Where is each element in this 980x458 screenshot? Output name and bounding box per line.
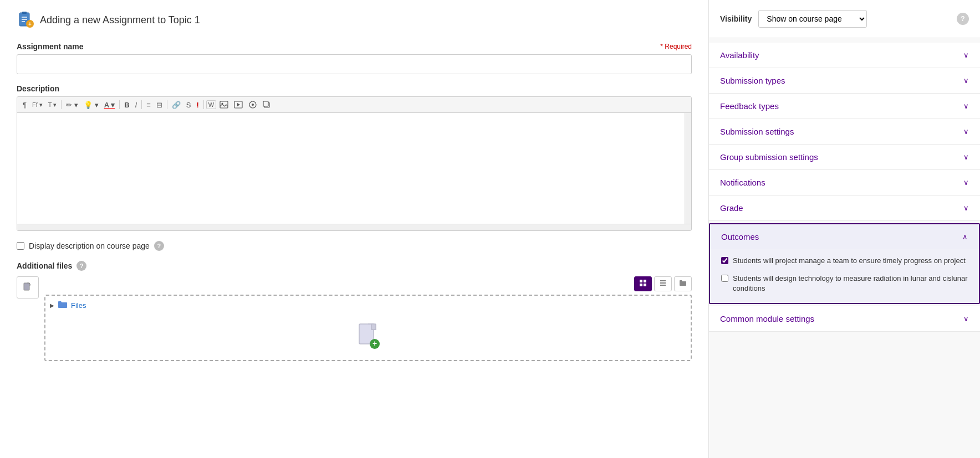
additional-files-label: Additional files ? <box>17 261 692 271</box>
toolbar-paragraph[interactable]: ¶ <box>21 100 29 110</box>
svg-rect-7 <box>220 101 228 108</box>
accordion-outcomes-header[interactable]: Outcomes ∧ <box>710 224 979 249</box>
accordion-availability: Availability ∨ <box>709 43 980 68</box>
toolbar-font-color[interactable]: A ▾ <box>102 100 118 110</box>
description-section: Description ¶ Ff ▾ T ▾ ✏ ▾ 💡 ▾ A ▾ B I ≡… <box>17 84 692 231</box>
toolbar-ordered-list[interactable]: ⊟ <box>154 100 165 110</box>
svg-rect-15 <box>24 283 29 290</box>
toolbar-style[interactable]: ✏ ▾ <box>64 100 80 110</box>
assignment-name-input[interactable] <box>17 54 692 74</box>
accordion-grade-chevron: ∨ <box>963 204 969 212</box>
accordion-submission-types-chevron: ∨ <box>963 76 969 85</box>
files-folder-view-button[interactable] <box>674 276 692 291</box>
required-marker: * Required <box>660 43 692 50</box>
accordion-common-module-chevron: ∨ <box>963 315 969 323</box>
accordion-submission-settings-title: Submission settings <box>720 127 794 136</box>
toolbar-font-size[interactable]: T ▾ <box>46 100 59 110</box>
editor-body[interactable] <box>17 113 691 224</box>
left-panel: + Adding a new Assignment to Topic 1 Ass… <box>0 0 708 458</box>
toolbar-sep-1 <box>61 100 62 109</box>
upload-placeholder: + <box>50 322 686 354</box>
display-description-row: Display description on course page ? <box>17 241 692 251</box>
toolbar-bold[interactable]: B <box>122 100 131 110</box>
description-label: Description <box>17 84 692 93</box>
outcome-2-checkbox[interactable] <box>721 275 728 282</box>
accordion-common-module: Common module settings ∨ <box>709 306 980 332</box>
accordion-list: Availability ∨ Submission types ∨ Feedba… <box>709 38 980 336</box>
editor-toolbar: ¶ Ff ▾ T ▾ ✏ ▾ 💡 ▾ A ▾ B I ≡ ⊟ 🔗 S <box>17 97 691 113</box>
additional-files-help-icon[interactable]: ? <box>76 261 86 271</box>
editor-scrollbar[interactable] <box>685 113 691 224</box>
right-panel: Visibility Show on course page Hide on c… <box>708 0 980 458</box>
toolbar-plugin[interactable] <box>246 99 259 110</box>
visibility-help-icon[interactable]: ? <box>957 13 969 25</box>
accordion-outcomes-title: Outcomes <box>721 232 759 241</box>
accordion-submission-types-header[interactable]: Submission types ∨ <box>709 68 980 93</box>
toolbar-word[interactable]: W <box>206 100 216 109</box>
folder-icon <box>58 300 68 311</box>
accordion-group-submission-header[interactable]: Group submission settings ∨ <box>709 145 980 169</box>
accordion-notifications-title: Notifications <box>720 178 765 187</box>
toolbar-highlight[interactable]: 💡 ▾ <box>81 100 101 110</box>
add-file-button[interactable] <box>17 276 39 299</box>
outcome-item-2: Students will design technology to measu… <box>721 274 968 294</box>
accordion-grade-header[interactable]: Grade ∨ <box>709 195 980 220</box>
toolbar-font-family[interactable]: Ff ▾ <box>30 100 45 110</box>
editor-hscrollbar[interactable] <box>17 224 691 230</box>
display-description-label[interactable]: Display description on course page <box>29 241 150 250</box>
accordion-notifications: Notifications ∨ <box>709 170 980 195</box>
files-toolbar <box>44 276 692 291</box>
outcome-item-1: Students will project manage a team to e… <box>721 256 968 266</box>
accordion-availability-title: Availability <box>720 50 759 60</box>
accordion-notifications-header[interactable]: Notifications ∨ <box>709 170 980 195</box>
toolbar-exclamation[interactable]: ! <box>194 100 201 110</box>
toolbar-media[interactable] <box>232 100 245 110</box>
visibility-select[interactable]: Show on course page Hide on course page <box>758 10 867 28</box>
toolbar-italic[interactable]: I <box>133 100 140 110</box>
outcome-1-checkbox[interactable] <box>721 257 728 264</box>
accordion-submission-types-title: Submission types <box>720 76 785 85</box>
accordion-outcomes: Outcomes ∧ Students will project manage … <box>709 223 980 304</box>
svg-marker-10 <box>237 103 240 106</box>
assignment-name-section: Assignment name * Required <box>17 42 692 74</box>
accordion-availability-header[interactable]: Availability ∨ <box>709 43 980 68</box>
toolbar-link[interactable]: 🔗 <box>170 100 183 110</box>
assignment-icon: + <box>17 11 34 29</box>
files-list-view-button[interactable] <box>654 276 672 291</box>
svg-rect-19 <box>644 284 646 286</box>
accordion-feedback-types-header[interactable]: Feedback types ∨ <box>709 94 980 119</box>
assignment-name-label: Assignment name * Required <box>17 42 692 51</box>
toolbar-unordered-list[interactable]: ≡ <box>144 100 153 110</box>
accordion-feedback-types: Feedback types ∨ <box>709 94 980 119</box>
accordion-submission-settings-header[interactable]: Submission settings ∨ <box>709 119 980 144</box>
page-title-row: + Adding a new Assignment to Topic 1 <box>17 11 692 29</box>
svg-text:+: + <box>372 339 377 348</box>
accordion-group-submission: Group submission settings ∨ <box>709 145 980 170</box>
accordion-grade-title: Grade <box>720 203 743 213</box>
svg-rect-24 <box>371 324 376 330</box>
files-grid-view-button[interactable] <box>634 276 652 291</box>
accordion-feedback-types-title: Feedback types <box>720 101 779 111</box>
svg-rect-14 <box>263 101 268 106</box>
svg-rect-18 <box>640 284 642 286</box>
svg-rect-16 <box>640 280 642 282</box>
outcome-2-text: Students will design technology to measu… <box>733 274 968 294</box>
display-description-help-icon[interactable]: ? <box>154 241 164 251</box>
toolbar-image[interactable] <box>217 100 231 110</box>
toolbar-sep-5 <box>203 100 204 109</box>
accordion-group-submission-title: Group submission settings <box>720 152 818 162</box>
files-folder-row[interactable]: ▶ Files <box>50 300 86 311</box>
accordion-grade: Grade ∨ <box>709 195 980 221</box>
outcome-1-text: Students will project manage a team to e… <box>733 256 966 266</box>
files-area: ▶ Files <box>17 276 692 361</box>
page-wrapper: + Adding a new Assignment to Topic 1 Ass… <box>0 0 980 458</box>
accordion-group-submission-chevron: ∨ <box>963 153 969 161</box>
toolbar-copy[interactable] <box>261 100 273 110</box>
visibility-label: Visibility <box>720 14 752 23</box>
accordion-common-module-title: Common module settings <box>720 314 814 323</box>
accordion-common-module-header[interactable]: Common module settings ∨ <box>709 306 980 331</box>
toolbar-sep-4 <box>167 100 167 109</box>
files-drop-zone[interactable]: ▶ Files <box>44 295 692 361</box>
toolbar-strikethrough[interactable]: S <box>184 100 193 110</box>
display-description-checkbox[interactable] <box>17 242 24 250</box>
